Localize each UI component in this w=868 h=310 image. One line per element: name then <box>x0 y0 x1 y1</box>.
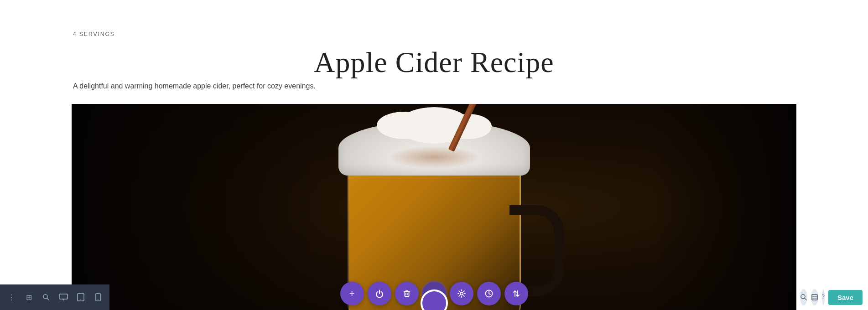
grid-icon[interactable]: ⊞ <box>21 289 36 305</box>
layers-icon[interactable] <box>811 289 818 305</box>
add-button[interactable]: + <box>340 282 364 305</box>
right-toolbar: ? Save <box>795 284 868 310</box>
more-options-icon[interactable]: ⋮ <box>4 289 19 305</box>
mobile-icon[interactable] <box>90 289 106 305</box>
cinnamon-dust <box>389 146 480 169</box>
svg-rect-18 <box>812 294 817 300</box>
cider-scene <box>72 104 796 310</box>
desktop-icon[interactable] <box>56 289 71 305</box>
help-icon[interactable]: ? <box>822 289 825 305</box>
zoom-icon[interactable] <box>800 289 807 305</box>
cream-bump-2 <box>377 112 431 139</box>
save-button[interactable]: Save <box>828 290 863 305</box>
page-title: Apple Cider Recipe <box>0 46 868 79</box>
search-icon[interactable] <box>38 289 54 305</box>
tablet-icon[interactable] <box>73 289 88 305</box>
servings-label: 4 SERVINGS <box>73 31 115 37</box>
svg-point-8 <box>98 300 99 300</box>
clock-button[interactable] <box>477 282 501 305</box>
dark-overlay-right <box>651 104 796 310</box>
svg-line-17 <box>805 298 806 300</box>
svg-point-14 <box>460 292 463 295</box>
power-button[interactable] <box>368 282 391 305</box>
svg-rect-9 <box>405 292 409 296</box>
sort-button[interactable] <box>504 282 528 305</box>
svg-rect-2 <box>59 294 68 299</box>
dark-overlay-left <box>72 104 325 310</box>
hero-image <box>72 104 796 310</box>
svg-point-6 <box>80 300 81 300</box>
svg-line-1 <box>47 298 49 300</box>
delete-button[interactable] <box>395 282 419 305</box>
bottom-toolbar: ⋮ ⊞ <box>0 284 109 310</box>
page-description: A delightful and warming homemade apple … <box>73 82 316 90</box>
settings-button[interactable] <box>450 282 473 305</box>
main-content: 4 SERVINGS Apple Cider Recipe A delightf… <box>0 0 868 310</box>
